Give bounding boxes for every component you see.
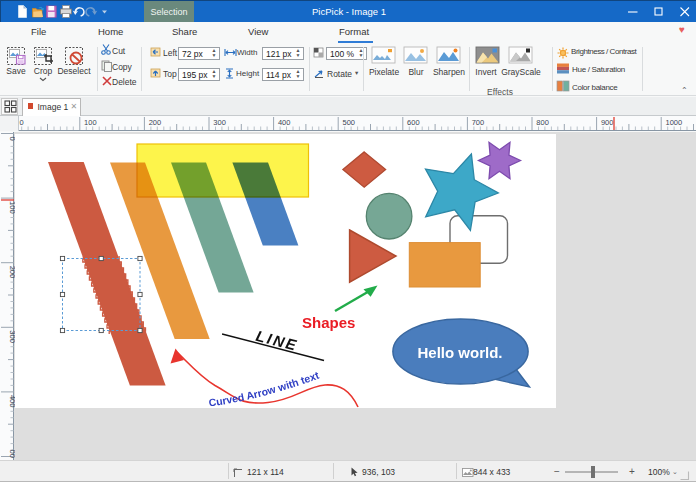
svg-text:1000: 1000 [666,118,683,127]
svg-text:300: 300 [8,330,16,343]
svg-text:500: 500 [343,118,356,127]
svg-text:700: 700 [472,118,485,127]
svg-text:600: 600 [407,118,420,127]
svg-text:100: 100 [84,118,97,127]
svg-text:200: 200 [149,118,162,127]
svg-text:400: 400 [278,118,291,127]
svg-text:400: 400 [8,395,16,408]
svg-text:Shapes: Shapes [302,313,355,330]
svg-text:800: 800 [536,118,549,127]
svg-text:LINE: LINE [254,326,300,353]
svg-text:900: 900 [601,118,614,127]
svg-text:300: 300 [213,118,226,127]
svg-text:100: 100 [8,201,16,214]
svg-text:Hello world.: Hello world. [417,344,502,361]
svg-text:0: 0 [8,137,16,141]
svg-text:0: 0 [20,118,24,127]
svg-text:00: 00 [8,450,16,458]
svg-text:200: 200 [8,266,16,279]
